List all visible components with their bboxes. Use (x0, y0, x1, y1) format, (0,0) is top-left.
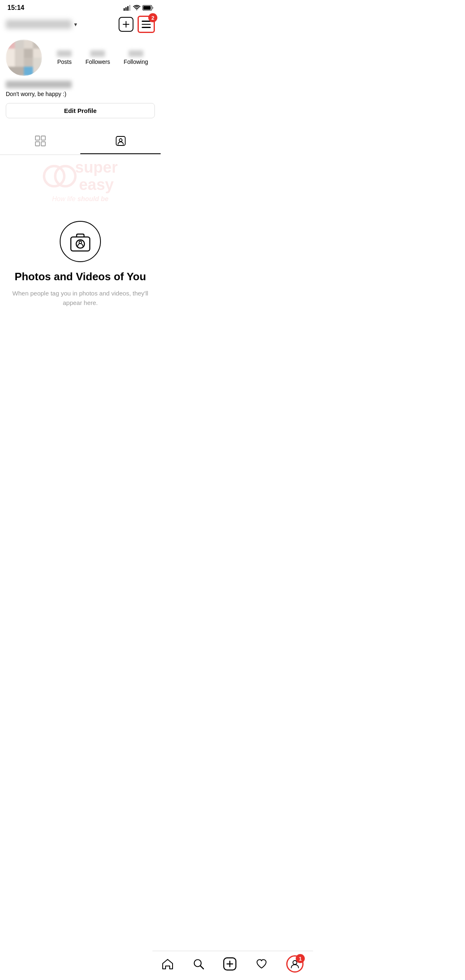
posts-stat[interactable]: Posts (57, 50, 72, 65)
grid-icon (35, 136, 46, 149)
bio-text: Don't worry, be happy :) (6, 91, 155, 97)
svg-rect-12 (116, 136, 125, 145)
tagged-svg (115, 136, 126, 146)
status-time: 15:14 (7, 4, 24, 12)
profile-section: Posts Followers Following Don't worry, b… (0, 37, 161, 124)
svg-rect-3 (129, 5, 131, 11)
watermark-logo: supereasy (23, 159, 138, 194)
watermark-circles (43, 165, 71, 188)
menu-line-3 (142, 27, 151, 28)
watermark-circle-left (43, 165, 65, 188)
username-area[interactable]: ▾ (6, 20, 77, 29)
battery-icon (143, 5, 153, 11)
header: ▾ 2 (0, 14, 161, 37)
avatar-grid (6, 40, 42, 76)
status-icons (124, 5, 153, 11)
grid-svg (35, 136, 46, 146)
watermark-brand-text: supereasy (75, 159, 117, 194)
display-name (6, 81, 72, 88)
header-actions: 2 (119, 16, 155, 33)
chevron-down-icon[interactable]: ▾ (74, 21, 77, 28)
profile-top: Posts Followers Following (6, 40, 155, 76)
svg-rect-2 (127, 6, 129, 11)
svg-rect-11 (41, 142, 45, 146)
username-display (6, 20, 72, 29)
menu-badge-wrapper: 2 (138, 16, 155, 33)
svg-rect-8 (35, 136, 40, 140)
bottom-spacer (0, 324, 161, 361)
svg-rect-7 (123, 24, 129, 25)
tagged-icon (115, 136, 126, 149)
posts-count (57, 50, 72, 57)
signal-icon (124, 5, 131, 11)
wifi-icon (133, 5, 140, 11)
camera-person-icon (69, 230, 91, 253)
tab-active-indicator (80, 153, 161, 154)
posts-label: Posts (57, 59, 72, 65)
svg-point-16 (79, 241, 82, 244)
following-label: Following (124, 59, 148, 65)
watermark-circle-right (54, 165, 77, 188)
svg-point-13 (119, 139, 122, 142)
tab-tagged[interactable] (80, 131, 161, 155)
watermark: supereasy How life should be (23, 159, 138, 203)
menu-line-2 (142, 24, 151, 25)
followers-label: Followers (85, 59, 110, 65)
photos-videos-title: Photos and Videos of You (14, 270, 146, 283)
profile-tabs (0, 131, 161, 155)
stats-area: Posts Followers Following (50, 50, 155, 65)
menu-notification-badge: 2 (148, 13, 157, 22)
followers-stat[interactable]: Followers (85, 50, 110, 65)
svg-rect-1 (126, 7, 127, 11)
svg-rect-14 (71, 237, 90, 251)
svg-rect-0 (124, 8, 125, 11)
plus-icon (122, 21, 130, 28)
photos-videos-description: When people tag you in photos and videos… (12, 289, 148, 307)
avatar[interactable] (6, 40, 42, 76)
tagged-content-area: supereasy How life should be Photos and … (0, 155, 161, 324)
svg-rect-5 (143, 6, 151, 10)
following-stat[interactable]: Following (124, 50, 148, 65)
add-content-button[interactable] (119, 17, 133, 32)
tab-grid[interactable] (0, 131, 80, 155)
following-count (129, 50, 143, 57)
camera-circle (60, 221, 101, 262)
watermark-tagline: How life should be (23, 195, 138, 203)
edit-profile-button[interactable]: Edit Profile (6, 103, 155, 118)
svg-rect-10 (35, 142, 40, 146)
svg-rect-9 (41, 136, 45, 140)
status-bar: 15:14 (0, 0, 161, 14)
followers-count (90, 50, 105, 57)
